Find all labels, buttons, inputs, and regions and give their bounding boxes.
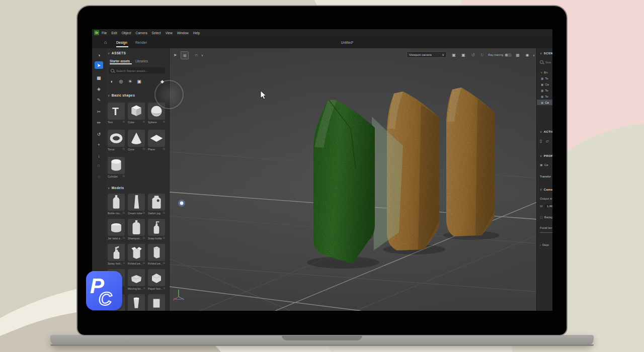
- duplicate-icon[interactable]: ▱: [546, 139, 549, 143]
- asset-tile-text[interactable]: T: [108, 103, 125, 120]
- asset-tile-paper-box[interactable]: [148, 269, 165, 286]
- tile-label: CylinderSt: [108, 175, 125, 179]
- jug-icon: [150, 195, 163, 210]
- texture-icon: ▦: [541, 77, 543, 80]
- undo-icon[interactable]: ↺: [469, 51, 476, 58]
- gizmo-mode-icon[interactable]: ⊞: [181, 51, 189, 59]
- light-tool-icon[interactable]: ☼: [95, 172, 103, 180]
- menu-window[interactable]: Window: [177, 31, 189, 35]
- tile-label: Cream tubeSt: [128, 212, 145, 216]
- camera-section-header[interactable]: ∨Camera: [540, 188, 552, 191]
- tile-label: Bottle rou...St: [108, 212, 125, 216]
- assets-search-input[interactable]: Search Starter assets...: [109, 67, 165, 74]
- pointer-mode-icon[interactable]: ➤: [172, 51, 179, 58]
- menu-camera[interactable]: Camera: [135, 31, 147, 35]
- asset-tile-torus[interactable]: [108, 130, 125, 147]
- ray-tracing-toggle[interactable]: [505, 53, 512, 57]
- zoom-tool-icon[interactable]: ○: [95, 161, 103, 169]
- asset-tile-spray-bottle[interactable]: [108, 244, 125, 261]
- scene-tree-row[interactable]: ▦Te: [537, 94, 552, 99]
- background-row[interactable]: ▢ Backgr: [540, 215, 552, 219]
- render-settings-icon[interactable]: ▦: [514, 51, 521, 58]
- toggle-knob: [505, 54, 508, 56]
- menu-file[interactable]: File: [102, 31, 107, 35]
- menu-help[interactable]: Help: [193, 31, 200, 35]
- camera-copy-icon[interactable]: ▣: [460, 51, 467, 58]
- pen-tool-icon[interactable]: ✎: [95, 96, 103, 104]
- asset-tile-shampoo[interactable]: [128, 219, 145, 236]
- actions-header[interactable]: ∨ACTIONS: [540, 130, 552, 133]
- import-tool-icon[interactable]: ↓: [95, 152, 103, 159]
- pc-logo-icon: P C: [86, 271, 122, 310]
- asset-tile-plane[interactable]: [148, 130, 165, 147]
- scene-header[interactable]: ∨SCENE: [540, 51, 552, 55]
- focal-length-label: Focal len: [540, 226, 552, 229]
- menu-select[interactable]: Select: [152, 31, 161, 35]
- output-width-field[interactable]: W 1,00: [540, 204, 552, 208]
- home-icon[interactable]: ⌂: [104, 40, 107, 45]
- asset-tile-cylinder[interactable]: [108, 157, 125, 174]
- cylinder-shape-icon: [109, 158, 124, 173]
- snap-dropdown-icon[interactable]: ∨: [199, 51, 206, 58]
- basic-shapes-header[interactable]: ∨Basic shapes: [108, 94, 135, 97]
- asset-tile-gallon-jug[interactable]: [148, 194, 165, 211]
- checkbox-icon[interactable]: ▢: [540, 215, 543, 219]
- asset-tile-partial-2[interactable]: [128, 294, 145, 311]
- asset-tile-moving-box[interactable]: [128, 269, 145, 286]
- draw-tool-icon[interactable]: ✏: [95, 119, 103, 126]
- focal-length-slider[interactable]: [540, 232, 552, 233]
- depth-of-field-row[interactable]: ›Dept: [540, 243, 549, 246]
- asset-tile-jar-twist[interactable]: [108, 219, 125, 236]
- filter-environments-icon[interactable]: ◎: [118, 78, 124, 84]
- asset-tile-cream-tube[interactable]: [128, 194, 145, 211]
- filter-images-icon[interactable]: ▣: [136, 78, 142, 84]
- scene-tree-row-selected[interactable]: ▣Ca: [537, 100, 552, 105]
- asset-tile-bottle-round[interactable]: [108, 194, 125, 211]
- asset-tile-partial-3[interactable]: [148, 294, 165, 311]
- app-logo-icon[interactable]: St: [94, 30, 99, 35]
- scene-tree-row[interactable]: ◐En: [537, 69, 552, 75]
- rotate-tool-icon[interactable]: ↺: [95, 130, 103, 138]
- menu-object[interactable]: Object: [122, 31, 131, 35]
- asset-tile-cube[interactable]: [128, 103, 145, 120]
- chevron-down-icon: ∨: [540, 188, 542, 191]
- camera-frame-icon[interactable]: ▣: [450, 51, 457, 58]
- scene-tree-row[interactable]: ▦Te: [537, 75, 552, 81]
- visibility-eye-icon[interactable]: ◉: [524, 51, 531, 58]
- cut-tool-icon[interactable]: ✂: [95, 108, 103, 115]
- trash-icon[interactable]: ▯: [540, 139, 542, 143]
- info-tool-icon[interactable]: ◑: [95, 51, 103, 59]
- tube-icon: [130, 195, 143, 210]
- output-size-label: Output si: [540, 197, 552, 200]
- menu-view[interactable]: View: [166, 31, 173, 35]
- properties-header[interactable]: ∨PROPERTIES: [540, 154, 552, 157]
- add-tool-icon[interactable]: +: [95, 141, 103, 148]
- redo-icon[interactable]: ↻: [478, 51, 486, 58]
- models-header[interactable]: ∨Models: [108, 186, 124, 190]
- select-tool-icon[interactable]: ➤: [95, 61, 103, 69]
- properties-item[interactable]: ▣Ca: [540, 163, 548, 166]
- assets-header[interactable]: ∨ASSETS: [108, 51, 126, 55]
- assets-tool-icon[interactable]: ▅: [95, 73, 103, 81]
- tab-starter-assets[interactable]: Starter assets: [110, 59, 130, 63]
- menu-edit[interactable]: Edit: [111, 31, 117, 35]
- chevron-down-icon: ∨: [108, 52, 110, 55]
- light-indicator[interactable]: [178, 200, 185, 207]
- scene-tree-row[interactable]: ▣Ca: [537, 81, 552, 87]
- scene-tree-row[interactable]: ▦Te: [537, 87, 552, 93]
- scene-canvas: [170, 48, 537, 311]
- tab-render[interactable]: Render: [135, 41, 147, 44]
- tab-libraries[interactable]: Libraries: [135, 59, 148, 63]
- tab-design[interactable]: Design: [116, 41, 127, 44]
- transform-label[interactable]: Transfor: [540, 175, 551, 178]
- orbit-tool-icon[interactable]: ◈: [95, 85, 103, 93]
- viewport-camera-dropdown[interactable]: Viewport camera∨: [407, 51, 447, 58]
- asset-tile-folded-closed[interactable]: [148, 244, 165, 261]
- asset-tile-soap-bottle[interactable]: [148, 219, 165, 236]
- scene-search-input[interactable]: Sea: [540, 60, 551, 64]
- asset-tile-folded-open[interactable]: [128, 244, 145, 261]
- filter-lights-icon[interactable]: ☀: [127, 78, 133, 84]
- viewport-3d[interactable]: [169, 48, 537, 311]
- filter-materials-icon[interactable]: ◐: [109, 78, 115, 84]
- asset-tile-cone[interactable]: [128, 130, 145, 147]
